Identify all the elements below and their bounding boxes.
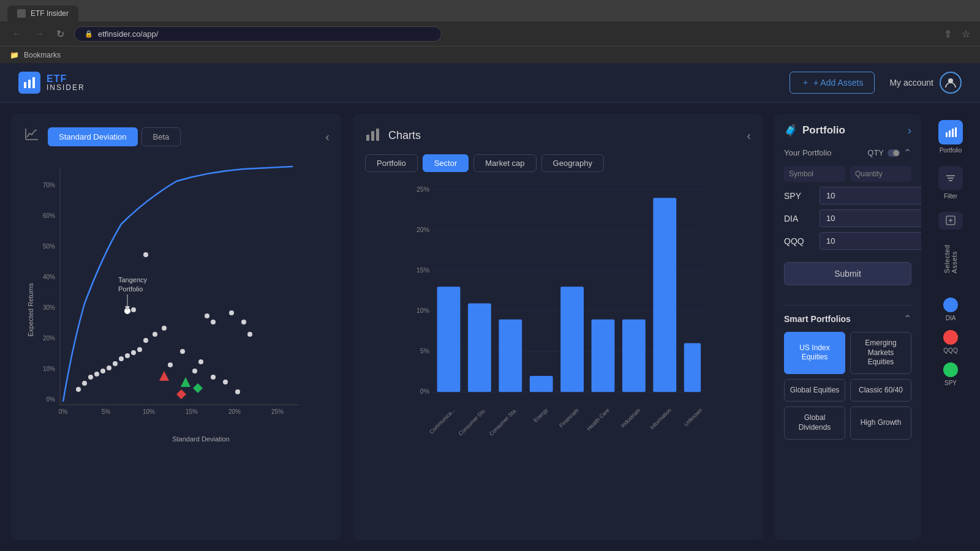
asset-legend: DIA QQQ SPY <box>943 298 958 386</box>
charts-panel: Charts ‹ Portfolio Sector Market cap Geo… <box>353 114 763 540</box>
smart-btn-us-index[interactable]: US Index Equities <box>784 332 845 374</box>
charts-panel-back[interactable]: ‹ <box>747 129 751 143</box>
svg-text:10%: 10% <box>143 408 155 415</box>
app-container: ETF INSIDER ＋ + Add Assets My account <box>0 63 980 551</box>
svg-text:5%: 5% <box>420 347 429 354</box>
svg-text:15%: 15% <box>186 408 198 415</box>
dia-dot <box>943 298 958 312</box>
svg-rect-75 <box>468 303 491 392</box>
scatter-tabs: Standard Deviation Beta <box>48 127 181 146</box>
spy-qty-input[interactable] <box>820 187 921 204</box>
logo-insider-text: INSIDER <box>47 84 85 91</box>
share-icon[interactable]: ⇧ <box>944 28 952 40</box>
svg-point-21 <box>76 387 81 392</box>
svg-rect-92 <box>946 132 948 137</box>
svg-text:20%: 20% <box>43 335 55 342</box>
standard-deviation-tab[interactable]: Standard Deviation <box>48 127 138 146</box>
symbol-col-header: Symbol <box>784 166 845 182</box>
x-axis-label: Standard Deviation <box>172 435 230 443</box>
logo-icon <box>18 72 40 94</box>
svg-point-30 <box>131 350 136 355</box>
svg-text:Portfolio: Portfolio <box>118 285 143 293</box>
qty-toggle-checkbox[interactable] <box>888 149 900 157</box>
svg-text:20%: 20% <box>417 226 429 233</box>
svg-text:Tangency: Tangency <box>118 276 148 283</box>
browser-tab[interactable]: ETF Insider <box>7 6 78 21</box>
browser-tabs: ETF Insider <box>0 0 980 21</box>
dia-symbol: DIA <box>784 214 815 223</box>
bar-chart-svg: 25% 20% 15% 10% 5% 0% <box>365 182 751 439</box>
address-bar[interactable]: 🔒 etfinsider.co/app/ <box>74 26 442 42</box>
svg-rect-80 <box>622 320 646 392</box>
svg-point-39 <box>211 375 216 380</box>
browser-chrome: ETF Insider ← → ↻ 🔒 etfinsider.co/app/ ⇧… <box>0 0 980 46</box>
charts-title: Charts <box>388 129 421 142</box>
url-text: etfinsider.co/app/ <box>98 29 158 39</box>
icon-sidebar: Portfolio Filter <box>932 114 969 540</box>
bar-chart-area: 25% 20% 15% 10% 5% 0% <box>365 182 751 439</box>
chart-tab-sector[interactable]: Sector <box>423 154 469 172</box>
chart-tab-marketcap[interactable]: Market cap <box>473 154 536 172</box>
filter-sidebar-icon <box>938 166 963 190</box>
svg-rect-78 <box>560 287 584 392</box>
svg-text:20%: 20% <box>228 408 241 415</box>
header-actions: ＋ + Add Assets My account <box>790 72 962 94</box>
browser-toolbar: ← → ↻ 🔒 etfinsider.co/app/ ⇧ ☆ <box>0 21 980 46</box>
asset-row-dia: DIA <box>784 209 911 227</box>
beta-tab[interactable]: Beta <box>141 127 181 146</box>
svg-text:15%: 15% <box>417 266 429 274</box>
svg-point-34 <box>162 326 167 331</box>
svg-point-47 <box>241 320 246 324</box>
dia-qty-input[interactable] <box>820 209 921 227</box>
scatter-svg: Expected Returns Standard Deviation 70% … <box>23 157 330 451</box>
svg-text:25%: 25% <box>271 408 284 415</box>
svg-rect-58 <box>366 135 369 141</box>
submit-button[interactable]: Submit <box>784 262 911 285</box>
tab-favicon <box>17 9 26 18</box>
logo-etf-text: ETF <box>47 74 85 84</box>
toolbar-actions: ⇧ ☆ <box>944 28 970 40</box>
reload-button[interactable]: ↻ <box>54 26 67 42</box>
section-label-row: Your Portfolio QTY ⌃ <box>784 147 911 159</box>
smart-btn-dividends[interactable]: Global Dividends <box>784 407 845 439</box>
qqq-dot <box>943 330 958 345</box>
portfolio-header: 🧳 Portfolio › <box>784 124 911 137</box>
bookmarks-label: Bookmarks <box>24 51 61 59</box>
charts-panel-header: Charts ‹ <box>365 126 751 144</box>
bookmark-icon[interactable]: ☆ <box>962 28 970 40</box>
svg-text:40%: 40% <box>43 274 55 280</box>
your-portfolio-section: Your Portfolio QTY ⌃ Symbol Quantity SPY <box>784 147 911 295</box>
plus-icon: ＋ <box>801 77 810 88</box>
filter-icon-item[interactable]: Filter <box>938 166 963 200</box>
forward-button[interactable]: → <box>32 26 47 42</box>
portfolio-nav-arrow[interactable]: › <box>908 124 911 137</box>
my-account-area[interactable]: My account <box>889 72 962 94</box>
svg-rect-77 <box>530 376 553 392</box>
smart-btn-classic[interactable]: Classic 60/40 <box>850 379 911 402</box>
qqq-qty-input[interactable] <box>820 232 921 250</box>
svg-point-40 <box>223 380 228 384</box>
back-button[interactable]: ← <box>10 26 24 42</box>
add-assets-button[interactable]: ＋ + Add Assets <box>790 72 875 94</box>
smart-btn-emerging[interactable]: Emerging Markets Equities <box>850 332 911 374</box>
qqq-symbol: QQQ <box>784 236 815 246</box>
collapse-button[interactable]: ⌃ <box>903 147 911 159</box>
selected-assets-label: Selected Assets <box>943 236 958 273</box>
svg-point-37 <box>192 369 197 373</box>
logo-area: ETF INSIDER <box>18 72 85 94</box>
svg-point-42 <box>131 307 136 312</box>
svg-point-29 <box>125 353 130 358</box>
smart-btn-global[interactable]: Global Equities <box>784 379 845 402</box>
chart-tab-geography[interactable]: Geography <box>541 154 604 172</box>
selected-assets-icon-item[interactable]: Selected Assets <box>938 212 963 273</box>
portfolio-panel: 🧳 Portfolio › Your Portfolio QTY ⌃ Symbo… <box>774 114 921 540</box>
smart-btn-high-growth[interactable]: High Growth <box>850 407 911 439</box>
portfolio-sidebar-icon <box>938 120 963 144</box>
svg-rect-94 <box>952 129 954 137</box>
scatter-panel-back[interactable]: ‹ <box>325 130 330 144</box>
smart-portfolios-collapse[interactable]: ⌃ <box>903 313 911 324</box>
logo-text: ETF INSIDER <box>47 74 85 91</box>
dia-label: DIA <box>946 315 956 321</box>
portfolio-icon-item[interactable]: Portfolio <box>938 120 963 154</box>
chart-tab-portfolio[interactable]: Portfolio <box>365 154 418 172</box>
